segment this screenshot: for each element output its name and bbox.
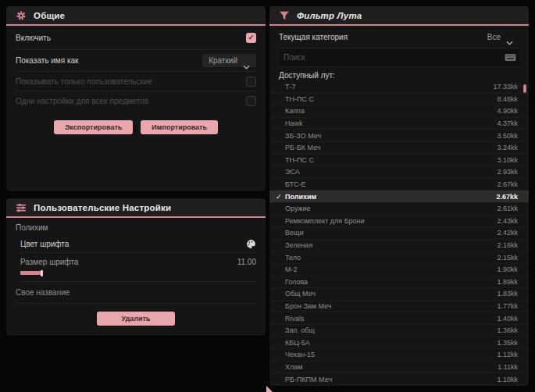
custom-name-row bbox=[16, 282, 256, 304]
loot-item-value: 2.67kk bbox=[497, 180, 518, 188]
loot-item-name: Зап. общ bbox=[285, 326, 497, 334]
slider-handle[interactable] bbox=[41, 270, 43, 276]
loot-item-row[interactable]: Hawk4.37kk bbox=[269, 118, 529, 130]
enable-label: Включить bbox=[16, 34, 51, 42]
loot-item-value: 1.35kk bbox=[497, 339, 518, 347]
loot-item-row[interactable]: Т-717.33kk bbox=[269, 81, 529, 94]
loot-item-name: Полихим bbox=[285, 193, 496, 201]
loot-item-value: 1.36kk bbox=[497, 326, 518, 334]
loot-item-value: 17.33kk bbox=[493, 83, 518, 91]
same-settings-row: Одни настройки для всех предметов bbox=[16, 91, 256, 111]
loot-item-row[interactable]: Тело2.15kk bbox=[269, 251, 529, 264]
loot-item-value: 1.40kk bbox=[497, 315, 518, 323]
item-name-row: Полихим bbox=[16, 219, 256, 236]
loot-item-row[interactable]: РБ-ПКПМ Меч1.10kk bbox=[269, 373, 529, 386]
loot-item-name: Общ Меч bbox=[285, 290, 497, 298]
loot-item-row[interactable]: РБ-БК Меч3.24kk bbox=[269, 142, 529, 155]
loot-item-name: Брон Зам Меч bbox=[285, 302, 497, 310]
loot-item-name: Голова bbox=[285, 278, 497, 286]
loot-item-name: РБ-БК Меч bbox=[285, 144, 497, 151]
font-size-slider[interactable] bbox=[20, 270, 256, 276]
loot-item-name: Тело bbox=[285, 254, 497, 262]
show-name-dropdown[interactable]: Краткий bbox=[202, 54, 256, 67]
loot-item-name: ЭСА bbox=[285, 168, 497, 176]
loot-item-value: 3.50kk bbox=[497, 132, 518, 140]
loot-item-row[interactable]: ТН-ПС С8.48kk bbox=[269, 94, 529, 106]
loot-item-name: Каппа bbox=[285, 107, 497, 115]
loot-item-row[interactable]: Оружие2.61kk bbox=[269, 203, 529, 216]
loot-item-value: 2.42kk bbox=[497, 229, 518, 237]
available-loot-row: Доступный лут: bbox=[279, 67, 519, 83]
loot-item-value: 1.11kk bbox=[498, 363, 518, 371]
loot-item-value: 2.16kk bbox=[497, 241, 518, 249]
enable-row: Включить ✓ bbox=[16, 26, 256, 50]
loot-item-name: М-2 bbox=[285, 265, 497, 273]
loot-filter-panel: Фильтр Лута Текущая категория Все Доступ… bbox=[269, 6, 529, 386]
loot-item-row[interactable]: ЗБ-ЗО Меч3.50kk bbox=[269, 130, 529, 142]
loot-item-row[interactable]: Общ Меч1.83kk bbox=[269, 288, 529, 301]
search-input[interactable] bbox=[282, 52, 505, 62]
loot-item-value: 1.12kk bbox=[497, 351, 518, 358]
only-custom-row: Показывать только пользовательские bbox=[16, 72, 256, 91]
loot-item-name: Вещи bbox=[285, 229, 497, 237]
available-loot-label: Доступный лут: bbox=[279, 71, 335, 80]
loot-item-value: 4.90kk bbox=[497, 107, 518, 115]
enable-checkbox[interactable]: ✓ bbox=[246, 33, 256, 43]
resize-handle-icon[interactable] bbox=[266, 386, 273, 392]
loot-item-row[interactable]: Каппа4.90kk bbox=[269, 105, 529, 118]
loot-item-value: 1.89kk bbox=[497, 278, 518, 286]
loot-item-row[interactable]: БТС-Е2.67kk bbox=[269, 179, 529, 191]
loot-item-row[interactable]: М-21.90kk bbox=[269, 264, 529, 276]
loot-item-row[interactable]: Rivals1.40kk bbox=[269, 312, 529, 325]
loot-item-row[interactable]: Зап. общ1.36kk bbox=[269, 325, 529, 337]
loot-item-name: Зеленая bbox=[285, 241, 497, 249]
delete-button[interactable]: Удалить bbox=[97, 312, 176, 326]
category-dropdown[interactable]: Все bbox=[481, 30, 519, 44]
loot-item-value: 1.90kk bbox=[497, 265, 518, 273]
font-size-value: 11.00 bbox=[237, 258, 256, 266]
import-button[interactable]: Импортировать bbox=[141, 120, 218, 134]
loot-list: Т-717.33kkТН-ПС С8.48kkКаппа4.90kkHawk4.… bbox=[269, 81, 529, 384]
loot-item-row[interactable]: ЭСА2.93kk bbox=[269, 166, 529, 179]
category-value: Все bbox=[487, 33, 501, 41]
loot-item-value: 8.48kk bbox=[497, 95, 518, 103]
loot-item-row[interactable]: Зеленая2.16kk bbox=[269, 240, 529, 252]
check-icon: ✓ bbox=[276, 193, 285, 201]
show-name-row: Показать имя как Краткий bbox=[16, 50, 256, 72]
delete-row: Удалить bbox=[6, 312, 266, 326]
loot-item-name: РБ-ПКПМ Меч bbox=[285, 376, 497, 383]
keyboard-icon[interactable] bbox=[505, 53, 516, 62]
same-settings-label: Одни настройки для всех предметов bbox=[16, 97, 148, 105]
loot-item-row[interactable]: Ремкомплект для Брони2.43kk bbox=[269, 216, 529, 228]
font-color-label: Цвет шрифта bbox=[20, 240, 69, 248]
loot-item-row[interactable]: Голова1.89kk bbox=[269, 276, 529, 289]
loot-item-value: 3.10kk bbox=[497, 156, 518, 164]
chevron-down-icon bbox=[506, 34, 513, 39]
loot-item-name: ЗБ-ЗО Меч bbox=[285, 132, 497, 140]
export-button[interactable]: Экспортировать bbox=[54, 120, 133, 134]
loot-item-row[interactable]: КБЦ-5А1.35kk bbox=[269, 337, 529, 349]
loot-item-row[interactable]: ✓Полихим2.67kk bbox=[269, 191, 529, 203]
loot-item-row[interactable]: ТН-ПС С3.10kk bbox=[269, 155, 529, 167]
loot-item-row[interactable]: Хлам1.11kk bbox=[269, 362, 529, 374]
user-settings-panel: Пользовательские Настройки Полихим Цвет … bbox=[6, 198, 266, 336]
user-settings-title: Пользовательские Настройки bbox=[34, 203, 171, 212]
loot-item-name: Rivals bbox=[285, 315, 497, 323]
font-size-row: Размер шрифта 11.00 bbox=[20, 253, 256, 282]
loot-item-name: Чекан-15 bbox=[285, 351, 497, 358]
loot-item-row[interactable]: Чекан-151.12kk bbox=[269, 349, 529, 362]
palette-icon[interactable] bbox=[246, 239, 256, 249]
scrollbar-thumb[interactable] bbox=[523, 84, 526, 93]
category-label: Текущая категория bbox=[279, 33, 348, 41]
custom-name-input[interactable] bbox=[16, 288, 256, 297]
same-settings-checkbox bbox=[246, 96, 256, 106]
loot-item-name: ТН-ПС С bbox=[285, 156, 497, 164]
loot-item-row[interactable]: Брон Зам Меч1.77kk bbox=[269, 301, 529, 313]
loot-item-row[interactable]: Вещи2.42kk bbox=[269, 227, 529, 240]
loot-item-name: БТС-Е bbox=[285, 180, 497, 188]
general-panel-header: Общие bbox=[6, 6, 266, 26]
export-import-row: Экспортировать Импортировать bbox=[6, 120, 266, 134]
loot-item-value: 1.83kk bbox=[497, 290, 518, 298]
loot-item-name: Оружие bbox=[285, 205, 497, 212]
only-custom-label: Показывать только пользовательские bbox=[16, 77, 152, 86]
